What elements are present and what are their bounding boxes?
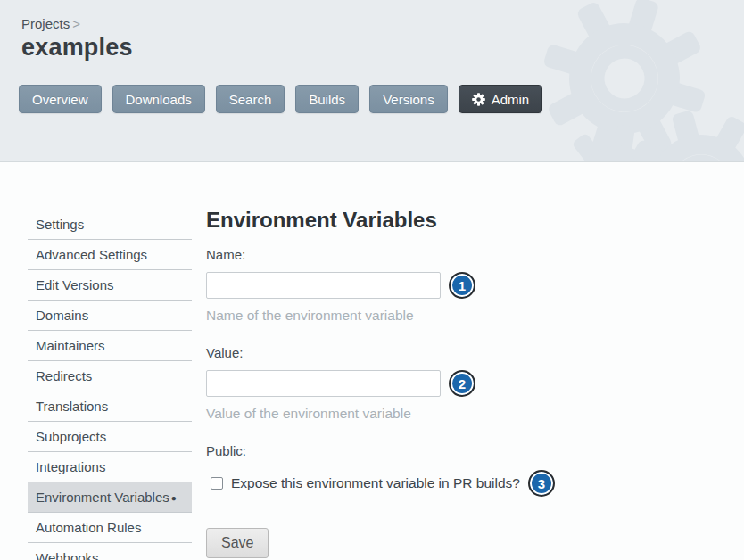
nav-search-button[interactable]: Search — [216, 85, 285, 113]
sidebar-item-label: Redirects — [36, 368, 92, 383]
breadcrumb-separator: > — [72, 16, 80, 31]
sidebar-item-label: Edit Versions — [36, 277, 114, 292]
annotation-badge-3: 3 — [528, 470, 555, 497]
value-label: Value: — [206, 345, 581, 360]
environment-variables-form: Environment Variables Name: 1 Name of th… — [206, 210, 581, 560]
nav-versions-label: Versions — [383, 92, 434, 107]
public-field-group: Public: Expose this environment variable… — [206, 443, 581, 497]
nav-builds-label: Builds — [309, 92, 345, 107]
sidebar-item-settings[interactable]: Settings — [28, 210, 192, 240]
project-header: Projects> examples Overview Downloads Se… — [0, 0, 744, 162]
annotation-badge-1: 1 — [449, 272, 475, 299]
sidebar-item-label: Translations — [36, 399, 108, 414]
breadcrumb: Projects> — [21, 16, 744, 31]
name-helper-text: Name of the environment variable — [206, 308, 581, 324]
content-area: Settings Advanced Settings Edit Versions… — [0, 162, 744, 560]
sidebar-item-webhooks[interactable]: Webhooks — [28, 543, 192, 560]
public-checkbox-label[interactable]: Expose this environment variable in PR b… — [231, 475, 520, 491]
nav-builds-button[interactable]: Builds — [295, 85, 359, 113]
sidebar-item-domains[interactable]: Domains — [28, 301, 192, 331]
name-input[interactable] — [206, 272, 441, 299]
sidebar-item-label: Automation Rules — [36, 520, 141, 535]
sidebar-item-label: Environment Variables — [36, 490, 169, 505]
sidebar-item-subprojects[interactable]: Subprojects — [28, 422, 192, 452]
gear-icon — [472, 93, 485, 106]
sidebar-item-translations[interactable]: Translations — [28, 391, 192, 422]
sidebar-item-label: Advanced Settings — [36, 247, 147, 262]
sidebar-item-advanced-settings[interactable]: Advanced Settings — [28, 240, 192, 270]
nav-overview-button[interactable]: Overview — [19, 85, 102, 113]
admin-sidebar: Settings Advanced Settings Edit Versions… — [28, 210, 192, 560]
sidebar-item-label: Domains — [36, 308, 88, 323]
value-helper-text: Value of the environment variable — [206, 406, 581, 422]
name-label: Name: — [206, 247, 581, 262]
nav-admin-label: Admin — [492, 92, 530, 107]
save-button[interactable]: Save — [206, 528, 269, 558]
project-nav: Overview Downloads Search Builds Version… — [19, 85, 744, 113]
nav-downloads-button[interactable]: Downloads — [112, 85, 205, 113]
value-field-group: Value: 2 Value of the environment variab… — [206, 345, 581, 422]
section-heading: Environment Variables — [206, 208, 581, 233]
sidebar-item-environment-variables[interactable]: Environment Variables● — [28, 482, 192, 513]
annotation-badge-2: 2 — [449, 370, 475, 397]
page-title: examples — [21, 34, 744, 62]
public-checkbox[interactable] — [211, 477, 223, 490]
sidebar-item-label: Maintainers — [36, 338, 105, 353]
nav-search-label: Search — [229, 92, 272, 107]
sidebar-item-maintainers[interactable]: Maintainers — [28, 331, 192, 361]
sidebar-item-edit-versions[interactable]: Edit Versions — [28, 270, 192, 301]
nav-downloads-label: Downloads — [126, 92, 192, 107]
value-input[interactable] — [206, 370, 441, 397]
nav-versions-button[interactable]: Versions — [369, 85, 448, 113]
nav-overview-label: Overview — [32, 92, 88, 107]
sidebar-item-label: Subprojects — [36, 429, 106, 444]
sidebar-item-redirects[interactable]: Redirects — [28, 361, 192, 391]
public-label: Public: — [206, 443, 581, 458]
sidebar-item-label: Settings — [36, 217, 84, 232]
name-field-group: Name: 1 Name of the environment variable — [206, 247, 581, 324]
sidebar-item-integrations[interactable]: Integrations — [28, 452, 192, 482]
sidebar-item-label: Webhooks — [36, 550, 99, 560]
sidebar-item-automation-rules[interactable]: Automation Rules — [28, 513, 192, 543]
breadcrumb-projects-link[interactable]: Projects — [21, 16, 70, 31]
nav-admin-button[interactable]: Admin — [459, 85, 543, 113]
sidebar-item-label: Integrations — [36, 459, 105, 474]
active-item-marker: ● — [171, 493, 177, 503]
